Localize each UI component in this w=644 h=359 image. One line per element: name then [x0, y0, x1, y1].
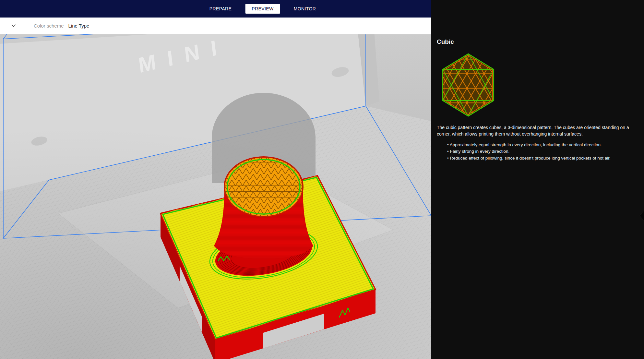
- tooltip-bullet: • Fairly strong in every direction.: [447, 148, 630, 155]
- stage-tabs: PREPARE PREVIEW MONITOR: [203, 4, 323, 14]
- tooltip-description: The cubic pattern creates cubes, a 3-dim…: [437, 125, 630, 137]
- tab-monitor[interactable]: MONITOR: [287, 4, 323, 14]
- tooltip-bullet: • Approximately equal strength in every …: [447, 142, 630, 148]
- cura-window: PREPARE PREVIEW MONITOR Color scheme Lin…: [0, 0, 644, 359]
- chevron-down-icon: [11, 24, 16, 27]
- tab-preview[interactable]: PREVIEW: [245, 4, 280, 14]
- tooltip-title: Cubic: [437, 38, 630, 45]
- color-scheme-label: Color scheme: [34, 23, 64, 29]
- tab-prepare[interactable]: PREPARE: [203, 4, 238, 14]
- infill-tooltip-panel: Cubic The cubic pattern creates cubes, a…: [431, 0, 644, 359]
- color-scheme-select[interactable]: Line Type: [68, 23, 89, 29]
- tooltip-bullet-list: • Approximately equal strength in every …: [437, 142, 630, 162]
- infill-pattern-image: [437, 52, 500, 118]
- view-options-dropdown[interactable]: [0, 18, 27, 34]
- tooltip-bullet: • Reduced effect of pillowing, since it …: [447, 155, 630, 162]
- printed-model-infill-top: [224, 157, 303, 217]
- panel-collapse-arrow[interactable]: [640, 211, 644, 221]
